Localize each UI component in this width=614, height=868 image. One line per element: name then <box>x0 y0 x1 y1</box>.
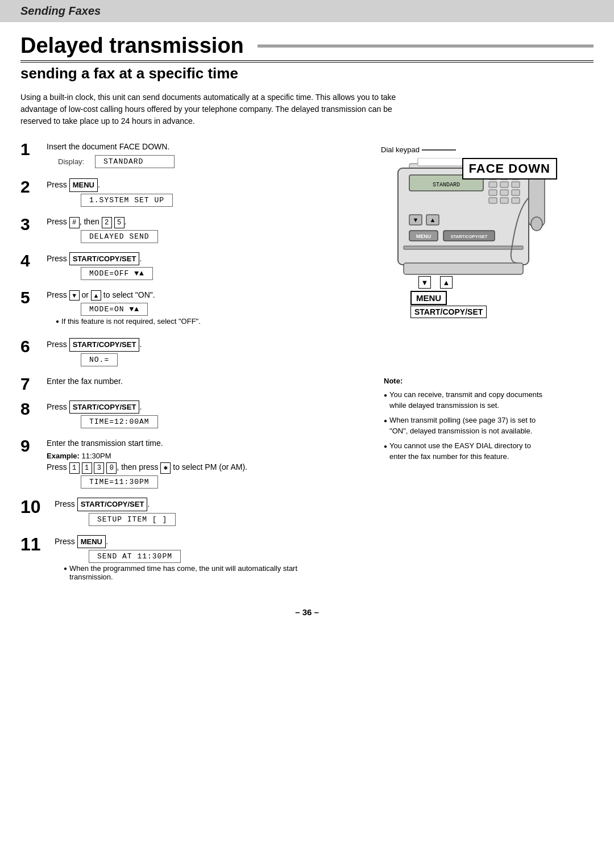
key-2: 2 <box>102 217 112 228</box>
step-11-display: SEND AT 11:30PM <box>89 550 339 561</box>
step-body-8: Press START/COPY/SET. TIME=12:00AM <box>47 400 339 430</box>
fax-illustration: Dial keypad FACE DOWN S <box>375 141 557 364</box>
header-bar: Sending Faxes <box>0 0 614 22</box>
svg-rect-9 <box>489 182 497 187</box>
arrow-labels: ▼ ▲ <box>418 276 453 289</box>
svg-text:START/COPY/SET: START/COPY/SET <box>451 234 488 239</box>
step-3-display: DELAYED SEND <box>81 231 339 241</box>
step-1-text: Insert the document FACE DOWN. <box>47 141 339 153</box>
step-body-5: Press ▼ or ▲ to select "ON". MODE=ON ▼▲ … <box>47 289 339 330</box>
step-6-display: NO.= <box>81 354 339 364</box>
svg-rect-13 <box>500 190 508 195</box>
display-box-1: STANDARD <box>95 155 175 168</box>
start-copy-set-key-6: START/COPY/SET <box>69 338 140 352</box>
steps-column: 1 Insert the document FACE DOWN. Display… <box>20 141 339 594</box>
key-1a: 1 <box>69 462 80 474</box>
svg-rect-14 <box>512 190 520 195</box>
step-5-display: MODE=ON ▼▲ <box>81 303 339 314</box>
svg-rect-15 <box>489 198 497 203</box>
step-body-9: Enter the transmission start time. Examp… <box>47 437 339 490</box>
step-num-11: 11 <box>20 535 50 553</box>
two-col-layout: 1 Insert the document FACE DOWN. Display… <box>20 141 594 594</box>
step-4-text: Press START/COPY/SET. <box>47 252 339 266</box>
page-content: Delayed transmission sending a fax at a … <box>0 22 614 640</box>
step-num-9: 9 <box>20 437 42 454</box>
step-num-10: 10 <box>20 498 50 516</box>
dial-keypad-label: Dial keypad <box>381 145 456 154</box>
key-5: 5 <box>114 217 125 228</box>
up-arrow-label: ▲ <box>440 276 453 289</box>
hash-key: # <box>69 217 80 228</box>
example-label: Example: <box>47 452 80 460</box>
step-num-6: 6 <box>20 338 42 355</box>
step-9-text: Enter the transmission start time. <box>47 437 339 449</box>
key-3: 3 <box>94 462 104 474</box>
page-footer: – 36 – <box>20 607 594 617</box>
step-num-4: 4 <box>20 252 42 269</box>
step-num-7: 7 <box>20 375 42 393</box>
svg-point-29 <box>531 217 542 231</box>
step-11-text: Press MENU. <box>55 535 339 549</box>
step-10-text: Press START/COPY/SET. <box>55 498 339 511</box>
down-arrow-label: ▼ <box>418 276 431 289</box>
start-copy-set-key-4: START/COPY/SET <box>69 252 140 266</box>
step-body-10: Press START/COPY/SET. SETUP ITEM [ ] <box>55 498 339 527</box>
svg-rect-10 <box>500 182 508 187</box>
step-3-text: Press #, then 2 5. <box>47 216 339 228</box>
step-10: 10 Press START/COPY/SET. SETUP ITEM [ ] <box>20 498 339 527</box>
step-6-text: Press START/COPY/SET. <box>47 338 339 352</box>
step-num-8: 8 <box>20 400 42 418</box>
svg-rect-11 <box>512 182 520 187</box>
step-9-display: TIME=11:30PM <box>81 476 339 486</box>
display-box-2: 1.SYSTEM SET UP <box>81 194 173 207</box>
display-label-1: Display: <box>58 157 89 166</box>
step-num-3: 3 <box>20 216 42 233</box>
step-body-7: Enter the fax number. <box>47 375 339 390</box>
note-title: Note: <box>384 375 549 387</box>
step-1: 1 Insert the document FACE DOWN. Display… <box>20 141 339 170</box>
down-arrow-key-5: ▼ <box>69 290 80 301</box>
svg-rect-12 <box>489 190 497 195</box>
step-2-text: Press MENU. <box>47 178 339 192</box>
display-box-5: MODE=ON ▼▲ <box>81 303 148 316</box>
step-body-3: Press #, then 2 5. DELAYED SEND <box>47 216 339 244</box>
intro-text: Using a built-in clock, this unit can se… <box>20 91 407 127</box>
step-2-display: 1.SYSTEM SET UP <box>81 194 339 205</box>
step-1-display-row: Display: STANDARD <box>58 155 339 168</box>
sub-title: sending a fax at a specific time <box>20 65 594 82</box>
display-box-3: DELAYED SEND <box>81 230 158 243</box>
svg-rect-30 <box>404 263 523 274</box>
step-body-11: Press MENU. SEND AT 11:30PM When the pro… <box>55 535 339 586</box>
step-body-4: Press START/COPY/SET. MODE=OFF ▼▲ <box>47 252 339 282</box>
start-copy-set-key-8: START/COPY/SET <box>69 400 140 414</box>
fax-machine-svg: STANDARD <box>375 158 557 362</box>
step-body-1: Insert the document FACE DOWN. Display: … <box>47 141 339 170</box>
step-8-display: TIME=12:00AM <box>81 416 339 426</box>
step-num-1: 1 <box>20 141 42 158</box>
step-4: 4 Press START/COPY/SET. MODE=OFF ▼▲ <box>20 252 339 282</box>
star-key: ✱ <box>160 462 171 474</box>
step-7-text: Enter the fax number. <box>47 375 339 387</box>
step-5-bullet: If this feature is not required, select … <box>56 317 339 326</box>
step-5: 5 Press ▼ or ▲ to select "ON". MODE=ON ▼… <box>20 289 339 330</box>
display-box-4: MODE=OFF ▼▲ <box>81 267 153 280</box>
step-5-text: Press ▼ or ▲ to select "ON". <box>47 289 339 301</box>
step-body-6: Press START/COPY/SET. NO.= <box>47 338 339 368</box>
face-down-label: FACE DOWN <box>462 158 557 180</box>
menu-key-11: MENU <box>77 535 106 549</box>
step-6: 6 Press START/COPY/SET. NO.= <box>20 338 339 368</box>
svg-rect-17 <box>512 198 520 203</box>
dial-keypad-line <box>422 149 456 151</box>
step-9-example: Example: 11:30PM <box>47 452 339 460</box>
start-copy-set-label-right: START/COPY/SET <box>410 303 487 318</box>
step-10-display: SETUP ITEM [ ] <box>89 514 339 524</box>
step-11: 11 Press MENU. SEND AT 11:30PM When the … <box>20 535 339 586</box>
section-title: Sending Faxes <box>20 5 101 17</box>
step-num-2: 2 <box>20 178 42 195</box>
step-11-bullet: When the programmed time has come, the u… <box>64 564 339 581</box>
step-8-text: Press START/COPY/SET. <box>47 400 339 414</box>
up-arrow-key-5: ▲ <box>91 290 101 301</box>
step-8: 8 Press START/COPY/SET. TIME=12:00AM <box>20 400 339 430</box>
start-copy-set-key-10: START/COPY/SET <box>77 498 148 511</box>
display-box-9: TIME=11:30PM <box>81 475 158 489</box>
